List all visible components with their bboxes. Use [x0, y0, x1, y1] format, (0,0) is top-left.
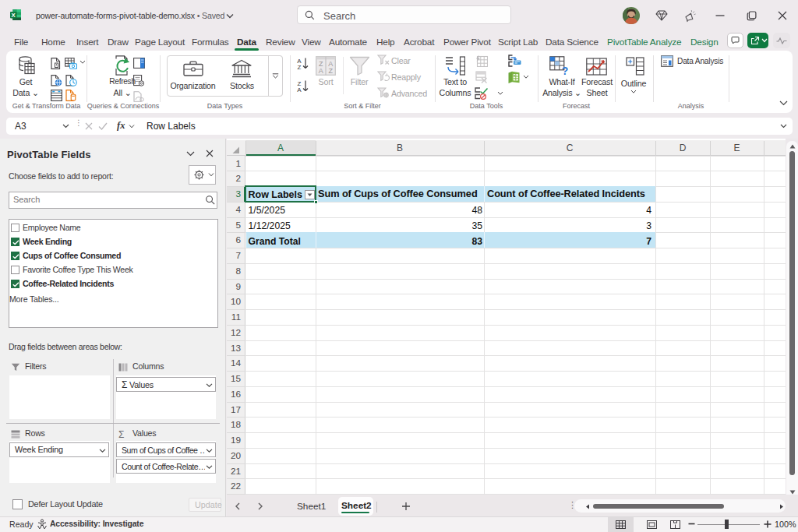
svg-text:Z: Z [319, 60, 323, 68]
svg-text:X: X [12, 12, 16, 19]
svg-text:Z: Z [298, 80, 302, 87]
svg-text:Z: Z [298, 64, 302, 70]
svg-text:A: A [297, 86, 302, 93]
svg-text:Z: Z [328, 67, 333, 75]
svg-text:A: A [297, 58, 302, 65]
svg-text:?: ? [562, 65, 569, 76]
svg-text:A: A [319, 67, 323, 75]
svg-text:A: A [328, 60, 333, 68]
